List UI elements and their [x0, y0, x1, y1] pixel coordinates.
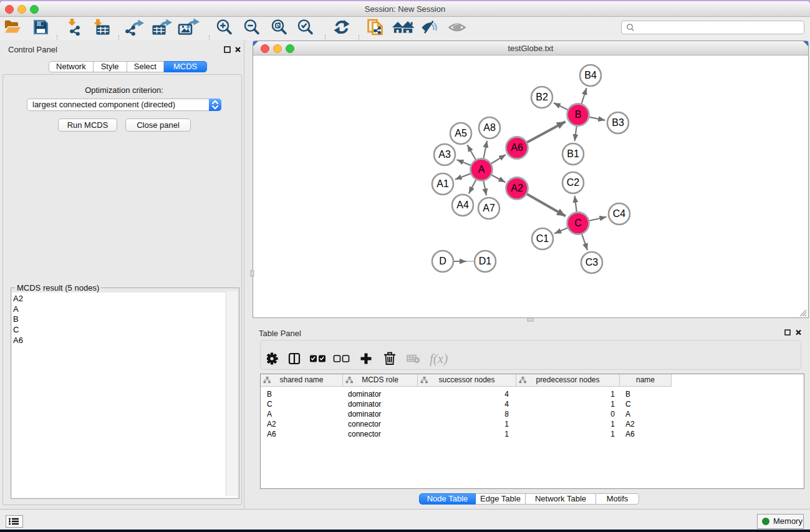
svg-text:f(x): f(x) [430, 351, 448, 366]
